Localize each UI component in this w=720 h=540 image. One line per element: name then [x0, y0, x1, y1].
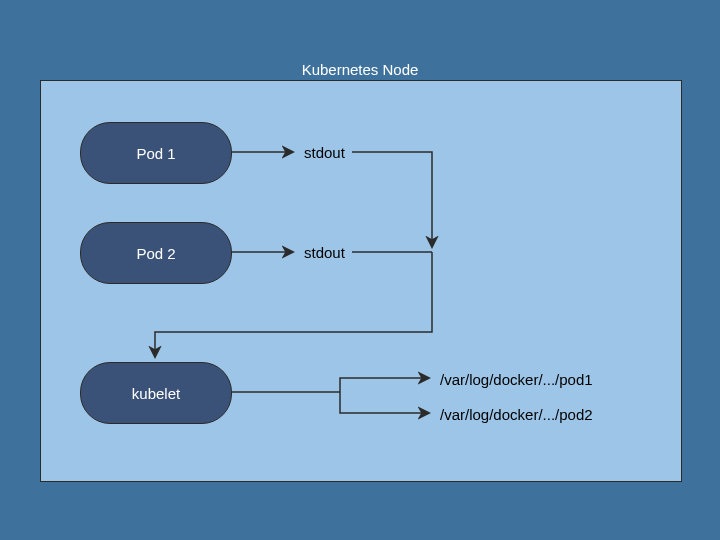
log-path-pod1: /var/log/docker/.../pod1 [440, 371, 593, 388]
diagram-canvas: Kubernetes Node Pod 1 Pod 2 kubelet stdo… [0, 0, 720, 540]
pod2-stdout-label: stdout [304, 244, 345, 261]
pod1-label: Pod 1 [136, 145, 175, 162]
kubelet-label: kubelet [132, 385, 180, 402]
log-path-pod2: /var/log/docker/.../pod2 [440, 406, 593, 423]
pod2-label: Pod 2 [136, 245, 175, 262]
pod1-node: Pod 1 [80, 122, 232, 184]
kubelet-node: kubelet [80, 362, 232, 424]
node-title: Kubernetes Node [0, 61, 720, 78]
pod2-node: Pod 2 [80, 222, 232, 284]
pod1-stdout-label: stdout [304, 144, 345, 161]
